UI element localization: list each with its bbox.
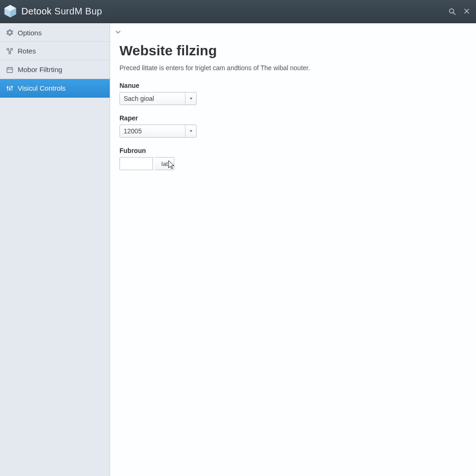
sidebar-item-label: Mobor Filtrting (18, 66, 62, 73)
chevron-down-icon (185, 125, 196, 137)
close-icon[interactable] (463, 7, 471, 16)
sidebar-item-label: Options (18, 29, 42, 37)
svg-line-4 (453, 13, 456, 15)
svg-point-9 (9, 52, 11, 54)
sidebar-item-rotes[interactable]: Rotes (0, 42, 110, 60)
field-fubroun: Fubroun Iat (119, 147, 467, 170)
sidebar-item-label: Visicul Controls (18, 84, 66, 92)
page-description: Preced littate is enters for triglet cam… (119, 64, 467, 72)
fubroun-label: Fubroun (119, 147, 467, 154)
sidebar-item-options[interactable]: Options (0, 23, 110, 42)
main-content: Website filzing Preced littate is enters… (110, 23, 476, 476)
fubroun-input[interactable] (119, 157, 153, 170)
raper-select-value: 12005 (120, 127, 185, 135)
svg-marker-21 (190, 130, 192, 132)
fubroun-addon-button[interactable]: Iat (155, 157, 174, 170)
network-icon (6, 47, 14, 55)
name-select[interactable]: Sach gioal (119, 92, 197, 105)
sliders-icon (6, 84, 14, 93)
sidebar-item-visicul-controls[interactable]: Visicul Controls (0, 79, 110, 98)
svg-point-3 (450, 9, 454, 13)
name-select-value: Sach gioal (120, 95, 185, 102)
chevron-down-icon (185, 93, 196, 105)
sidebar: Options Rotes Mobor Filtrting Visicul Co… (0, 23, 110, 476)
app-title: Detook SurdM Bup (21, 6, 448, 17)
field-raper: Raper 12005 (119, 114, 467, 138)
svg-marker-20 (190, 98, 192, 99)
field-name: Nanue Sach gioal (119, 82, 467, 105)
raper-select[interactable]: 12005 (119, 125, 197, 138)
svg-point-15 (7, 86, 8, 88)
gear-icon (6, 28, 14, 37)
svg-point-17 (9, 88, 11, 90)
app-logo-icon (2, 3, 19, 20)
search-icon[interactable] (448, 7, 456, 16)
svg-point-19 (11, 86, 13, 87)
page-title: Website filzing (119, 43, 467, 59)
app-header: Detook SurdM Bup (0, 0, 476, 23)
name-label: Nanue (119, 82, 467, 89)
svg-rect-10 (7, 67, 13, 73)
raper-label: Raper (119, 114, 467, 122)
sidebar-item-mobor-filtrting[interactable]: Mobor Filtrting (0, 60, 110, 79)
sidebar-item-label: Rotes (18, 47, 36, 55)
calendar-icon (6, 66, 14, 74)
chevron-down-icon[interactable] (114, 28, 123, 37)
